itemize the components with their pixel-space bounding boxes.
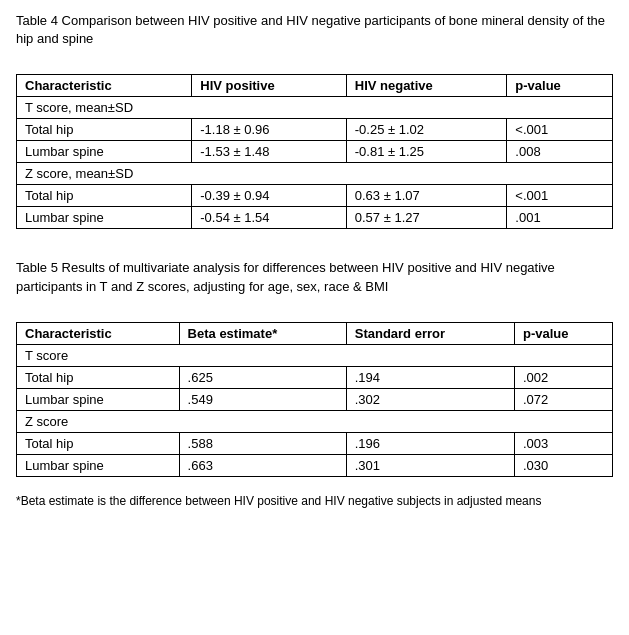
table4-r4-c3: 0.57 ± 1.27 — [346, 207, 507, 229]
table-row: Lumbar spine .663 .301 .030 — [17, 454, 613, 476]
table4-r1-c1: Total hip — [17, 119, 192, 141]
table4-section2-header: Z score, mean±SD — [17, 163, 613, 185]
table5-r1-c2: .625 — [179, 366, 346, 388]
table-row: Total hip -1.18 ± 0.96 -0.25 ± 1.02 <.00… — [17, 119, 613, 141]
table5-r1-c4: .002 — [514, 366, 612, 388]
table-row: Total hip .588 .196 .003 — [17, 432, 613, 454]
table4-section1-label: T score, mean±SD — [17, 97, 613, 119]
table5-section2-label: Z score — [17, 410, 613, 432]
table5-r3-c3: .196 — [346, 432, 514, 454]
table-row: Total hip -0.39 ± 0.94 0.63 ± 1.07 <.001 — [17, 185, 613, 207]
table4-section2-label: Z score, mean±SD — [17, 163, 613, 185]
table4-section1-header: T score, mean±SD — [17, 97, 613, 119]
table-row: Total hip .625 .194 .002 — [17, 366, 613, 388]
table4-col2-header: HIV positive — [192, 75, 346, 97]
table-row: Lumbar spine -1.53 ± 1.48 -0.81 ± 1.25 .… — [17, 141, 613, 163]
table5: Characteristic Beta estimate* Standard e… — [16, 322, 613, 477]
table4-caption: Table 4 Comparison between HIV positive … — [16, 12, 613, 48]
table4-col3-header: HIV negative — [346, 75, 507, 97]
table5-col3-header: Standard error — [346, 322, 514, 344]
table4-r1-c4: <.001 — [507, 119, 613, 141]
table4: Characteristic HIV positive HIV negative… — [16, 74, 613, 229]
table5-r4-c4: .030 — [514, 454, 612, 476]
table-row: Lumbar spine -0.54 ± 1.54 0.57 ± 1.27 .0… — [17, 207, 613, 229]
table5-r2-c1: Lumbar spine — [17, 388, 180, 410]
table5-r1-c3: .194 — [346, 366, 514, 388]
table5-caption: Table 5 Results of multivariate analysis… — [16, 259, 613, 295]
table4-col4-header: p-value — [507, 75, 613, 97]
table5-r2-c2: .549 — [179, 388, 346, 410]
table5-r4-c2: .663 — [179, 454, 346, 476]
table5-r2-c4: .072 — [514, 388, 612, 410]
table4-r1-c2: -1.18 ± 0.96 — [192, 119, 346, 141]
table4-r2-c3: -0.81 ± 1.25 — [346, 141, 507, 163]
table4-r3-c3: 0.63 ± 1.07 — [346, 185, 507, 207]
table5-r2-c3: .302 — [346, 388, 514, 410]
table5-r1-c1: Total hip — [17, 366, 180, 388]
table4-r2-c4: .008 — [507, 141, 613, 163]
table4-r2-c2: -1.53 ± 1.48 — [192, 141, 346, 163]
table4-r3-c4: <.001 — [507, 185, 613, 207]
table5-r4-c1: Lumbar spine — [17, 454, 180, 476]
table4-r4-c2: -0.54 ± 1.54 — [192, 207, 346, 229]
table4-r4-c4: .001 — [507, 207, 613, 229]
table4-col1-header: Characteristic — [17, 75, 192, 97]
table-row: Lumbar spine .549 .302 .072 — [17, 388, 613, 410]
table5-r3-c2: .588 — [179, 432, 346, 454]
table4-r3-c1: Total hip — [17, 185, 192, 207]
table5-section2-header: Z score — [17, 410, 613, 432]
table4-r4-c1: Lumbar spine — [17, 207, 192, 229]
table4-r1-c3: -0.25 ± 1.02 — [346, 119, 507, 141]
table5-section1-label: T score — [17, 344, 613, 366]
table4-r2-c1: Lumbar spine — [17, 141, 192, 163]
table4-r3-c2: -0.39 ± 0.94 — [192, 185, 346, 207]
table5-col2-header: Beta estimate* — [179, 322, 346, 344]
table5-r3-c4: .003 — [514, 432, 612, 454]
table5-col4-header: p-value — [514, 322, 612, 344]
table5-r4-c3: .301 — [346, 454, 514, 476]
table5-section1-header: T score — [17, 344, 613, 366]
table5-col1-header: Characteristic — [17, 322, 180, 344]
table5-footnote: *Beta estimate is the difference between… — [16, 493, 613, 510]
table5-r3-c1: Total hip — [17, 432, 180, 454]
